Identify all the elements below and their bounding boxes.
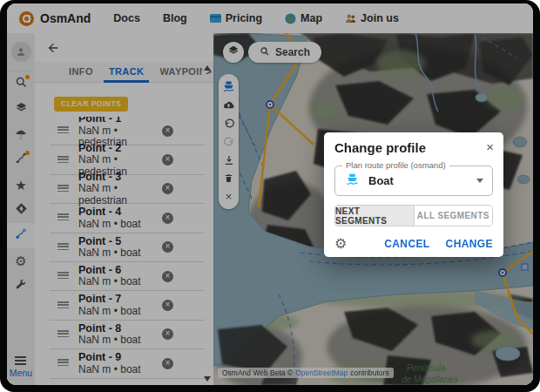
selected-profile-name: Boat (368, 174, 394, 187)
profile-select-label: Plan route profile (osmand) (342, 160, 449, 170)
dialog-title: Change profile (334, 140, 493, 155)
cancel-button[interactable]: CANCEL (384, 238, 429, 250)
settings-gear-icon[interactable]: ⚙ (334, 237, 347, 251)
chevron-down-icon (476, 179, 483, 183)
dialog-actions: ⚙ CANCEL CHANGE (334, 235, 493, 253)
dialog-close-icon[interactable]: × (486, 140, 494, 153)
profile-select[interactable]: Plan route profile (osmand) Boat (334, 166, 493, 196)
window-frame: OsmAnd Docs Blog Pricing Map Join us (0, 0, 540, 392)
osmand-web-app: OsmAnd Docs Blog Pricing Map Join us (7, 3, 533, 385)
segments-toggle-group: NEXT SEGMENTS ALL SEGMENTS (334, 205, 493, 226)
boat-icon (344, 172, 361, 190)
next-segments-button[interactable]: NEXT SEGMENTS (335, 206, 415, 226)
change-button[interactable]: CHANGE (446, 238, 493, 250)
all-segments-button[interactable]: ALL SEGMENTS (415, 206, 493, 226)
change-profile-dialog: Change profile × Plan route profile (osm… (324, 132, 503, 257)
